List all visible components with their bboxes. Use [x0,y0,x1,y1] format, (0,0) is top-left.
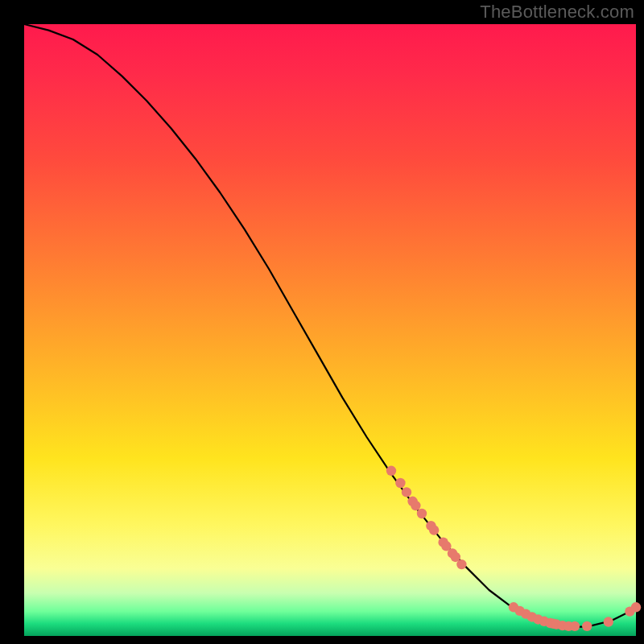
data-point [582,621,592,631]
scatter-points [386,466,641,631]
data-point [570,621,580,631]
chart-svg [24,24,636,636]
data-point [456,559,466,569]
data-point [631,602,641,612]
data-point [417,509,427,518]
attribution-text: TheBottleneck.com [480,2,634,23]
data-point [411,501,420,510]
data-point [386,466,396,476]
data-point [429,525,439,535]
data-point [604,617,613,626]
data-point [402,487,411,497]
chart-container: TheBottleneck.com [0,0,644,644]
bottleneck-curve [24,24,636,627]
data-point [395,478,405,488]
